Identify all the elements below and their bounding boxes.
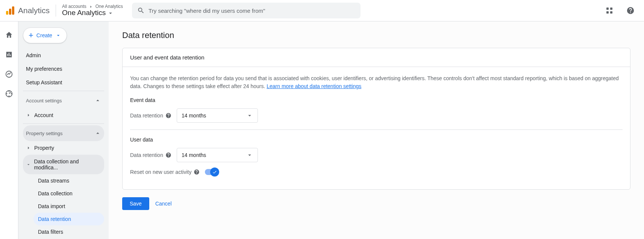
caret-down-icon [26, 162, 31, 167]
caret-down-icon [246, 152, 253, 158]
trend-icon [5, 70, 13, 78]
page-title: Data retention [122, 30, 630, 40]
chevron-up-icon [94, 130, 101, 137]
sidebar-item-admin[interactable]: Admin [23, 49, 104, 62]
caret-right-icon [26, 113, 31, 118]
reset-activity-row: Reset on new user activity [130, 169, 623, 175]
chevron-right-icon [89, 5, 93, 9]
property-title: One Analytics [62, 9, 106, 17]
help-button[interactable] [623, 3, 638, 18]
chevron-up-icon [94, 97, 101, 104]
create-button[interactable]: + Create [23, 27, 67, 43]
divider [23, 91, 104, 91]
rail-advertising[interactable] [5, 89, 14, 98]
event-retention-select[interactable]: 14 months [177, 108, 258, 123]
create-label: Create [36, 32, 52, 38]
cancel-button[interactable]: Cancel [155, 201, 172, 207]
home-icon [5, 31, 13, 39]
brand-name: Analytics [18, 6, 50, 15]
caret-down-icon [55, 32, 61, 38]
rail-home[interactable] [5, 30, 14, 40]
help-icon[interactable] [165, 113, 171, 119]
select-value: 14 months [182, 152, 206, 158]
admin-sidebar: + Create Admin My preferences Setup Assi… [18, 21, 109, 239]
sidebar-item-label: Property [34, 145, 54, 151]
card-title: User and event data retention [123, 48, 630, 67]
divider [23, 123, 104, 124]
left-rail [0, 21, 18, 239]
action-bar: Save Cancel [122, 197, 630, 210]
search-icon [137, 7, 145, 14]
divider [130, 129, 623, 130]
save-button[interactable]: Save [122, 197, 149, 210]
analytics-logo-icon [6, 6, 14, 15]
sidebar-section-account-settings[interactable]: Account settings [23, 93, 104, 108]
bar-chart-icon [5, 50, 13, 59]
sidebar-sub-data-retention[interactable]: Data retention [33, 213, 104, 225]
sidebar-item-label: Account [34, 112, 53, 118]
field-label: Data retention [130, 152, 163, 158]
description-text: You can change the retention period for … [130, 75, 619, 89]
retention-card: User and event data retention You can ch… [122, 48, 630, 190]
search-input[interactable]: Try searching "where did my users come f… [132, 3, 361, 18]
card-description: You can change the retention period for … [130, 75, 623, 90]
event-data-section-label: Event data [130, 97, 623, 103]
select-value: 14 months [182, 113, 206, 119]
sidebar-item-setup[interactable]: Setup Assistant [23, 76, 104, 89]
caret-down-icon [107, 10, 114, 17]
sidebar-sub-data-streams[interactable]: Data streams [33, 174, 104, 187]
section-label: Account settings [26, 98, 62, 104]
help-icon[interactable] [165, 152, 171, 158]
learn-more-link[interactable]: Learn more about data retention settings [267, 83, 361, 89]
user-retention-row: Data retention 14 months [130, 148, 623, 162]
target-icon [5, 90, 13, 98]
sidebar-item-data-collection[interactable]: Data collection and modifica... [23, 155, 104, 174]
sidebar-sub-data-collection[interactable]: Data collection [33, 187, 104, 200]
sidebar-item-label: Data collection and modifica... [34, 158, 101, 170]
sidebar-item-preferences[interactable]: My preferences [23, 62, 104, 76]
sidebar-sub-data-filters[interactable]: Data filters [33, 225, 104, 238]
help-icon[interactable] [194, 169, 200, 175]
help-icon [626, 6, 635, 15]
sidebar-sub-data-import[interactable]: Data import [33, 200, 104, 213]
search-placeholder: Try searching "where did my users come f… [148, 8, 265, 14]
user-data-section-label: User data [130, 137, 623, 143]
main-content: Data retention User and event data reten… [109, 21, 644, 239]
section-label: Property settings [26, 131, 63, 136]
sidebar-item-property[interactable]: Property [23, 141, 104, 155]
event-retention-row: Data retention 14 months [130, 108, 623, 123]
caret-right-icon [26, 145, 31, 151]
sidebar-subitems: Data streams Data collection Data import… [23, 174, 104, 238]
divider [56, 5, 56, 17]
field-label: Data retention [130, 113, 163, 119]
sidebar-section-property-settings[interactable]: Property settings [23, 125, 104, 141]
reset-activity-toggle[interactable] [205, 169, 218, 175]
sidebar-item-account[interactable]: Account [23, 108, 104, 122]
property-selector[interactable]: All accounts One Analytics One Analytics [62, 4, 123, 17]
plus-icon: + [29, 31, 33, 40]
rail-reports[interactable] [5, 50, 14, 59]
apps-icon [606, 8, 612, 14]
brand: Analytics [6, 6, 50, 15]
rail-explore[interactable] [5, 70, 14, 79]
check-icon [212, 169, 217, 175]
caret-down-icon [246, 112, 253, 119]
apps-button[interactable] [602, 3, 617, 18]
top-bar: Analytics All accounts One Analytics One… [0, 0, 644, 21]
field-label: Reset on new user activity [130, 169, 191, 175]
user-retention-select[interactable]: 14 months [177, 148, 258, 162]
